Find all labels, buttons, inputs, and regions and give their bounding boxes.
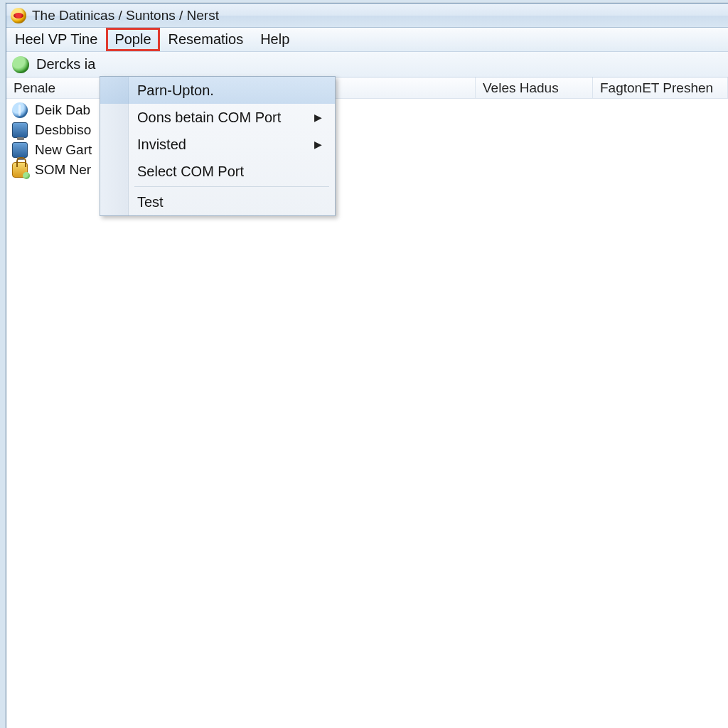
globe-icon — [12, 102, 28, 118]
menu-item-invisted[interactable]: Invisted ▶ — [100, 131, 335, 158]
menu-item-parn-upton[interactable]: Parn-Upton. — [100, 77, 335, 104]
menu-item-test[interactable]: Test — [100, 188, 335, 215]
dropdown-menu: Parn-Upton. Oons betain COM Port ▶ Invis… — [100, 76, 336, 216]
column-header[interactable]: FagtonET Preshen — [593, 77, 728, 98]
menu-label: Resematios — [168, 31, 244, 48]
column-header[interactable]: Veles Hadus — [476, 77, 593, 98]
submenu-arrow-icon: ▶ — [314, 112, 322, 123]
monitor-icon — [12, 142, 28, 158]
list-item-label: New Gart — [35, 142, 92, 158]
toolbar-label: Dercks ia — [36, 56, 95, 73]
refresh-icon[interactable] — [12, 56, 29, 73]
menu-item-label: Select COM Port — [137, 164, 244, 180]
list-item-label: Deik Dab — [35, 102, 90, 118]
submenu-arrow-icon: ▶ — [314, 139, 322, 150]
menu-help[interactable]: Help — [252, 28, 298, 51]
menu-item-label: Oons betain COM Port — [137, 109, 281, 126]
list-item-label: Desbbiso — [35, 122, 91, 138]
app-window: The Datinicas / Suntons / Nerst Heel VP … — [6, 3, 728, 728]
menu-item-label: Invisted — [137, 136, 186, 153]
menu-heel-vp-tine[interactable]: Heel VP Tine — [6, 28, 106, 51]
menu-resematios[interactable]: Resematios — [160, 28, 252, 51]
monitor-icon — [12, 122, 28, 138]
menu-label: Help — [260, 31, 289, 48]
toolbar: Dercks ia — [6, 52, 728, 77]
menu-item-oons-betain-com-port[interactable]: Oons betain COM Port ▶ — [100, 104, 335, 131]
title-bar[interactable]: The Datinicas / Suntons / Nerst — [6, 4, 728, 28]
lock-icon — [12, 162, 28, 178]
menu-label: Heel VP Tine — [15, 31, 97, 48]
menu-item-label: Test — [137, 194, 164, 210]
menu-label: Pople — [114, 31, 151, 48]
list-item-label: SOM Ner — [35, 162, 91, 178]
menu-item-select-com-port[interactable]: Select COM Port — [100, 158, 335, 185]
menu-item-label: Parn-Upton. — [137, 82, 214, 99]
column-label: Veles Hadus — [483, 80, 559, 96]
window-title: The Datinicas / Suntons / Nerst — [32, 8, 219, 23]
menu-pople[interactable]: Pople — [106, 28, 159, 51]
menu-bar: Heel VP Tine Pople Resematios Help — [6, 28, 728, 52]
content-area: Penale Veles Hadus FagtonET Preshen Deik… — [6, 77, 728, 728]
column-label: FagtonET Preshen — [600, 80, 713, 96]
column-label: Penale — [14, 80, 55, 96]
menu-separator — [134, 186, 329, 187]
app-icon — [11, 8, 26, 23]
